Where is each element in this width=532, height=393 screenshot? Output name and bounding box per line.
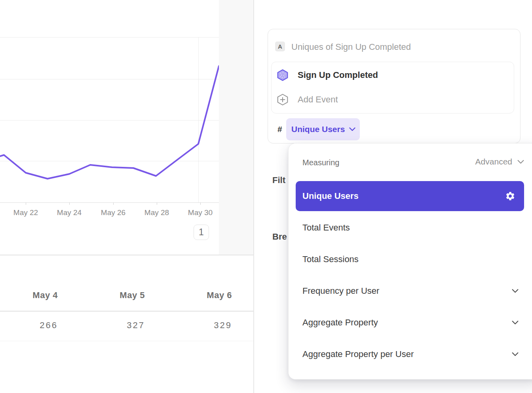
measurement-hash-label: # [277,125,282,134]
add-event-label: Add Event [298,94,338,105]
table-header-row: May 4May 5May 6 [0,290,232,300]
menu-item-unique-users[interactable]: Unique Users [296,181,524,211]
breakdown-section-heading: Bre [272,232,287,242]
gear-icon[interactable] [505,191,515,201]
x-axis-tick [26,202,26,205]
table-header-cell: May 6 [145,290,232,300]
x-axis-tick [157,202,157,205]
chevron-down-icon [349,127,355,131]
measurement-value: Unique Users [291,125,345,134]
table-row-border [0,341,253,341]
menu-item-label: Aggregate Property [302,317,378,328]
chevron-down-icon [512,289,519,293]
chart-section: May 22May 24May 26May 28May 30 1 May 4Ma… [0,0,253,393]
x-axis-tick [69,202,70,205]
menu-item-label: Aggregate Property per User [302,349,414,359]
query-title: Uniques of Sign Up Completed [291,42,411,52]
x-axis-label: May 24 [57,208,82,217]
query-row-badge[interactable]: A [275,42,285,51]
x-axis-tick [200,202,201,205]
x-axis-label: May 28 [144,208,169,217]
menu-item-label: Total Sessions [302,254,359,265]
query-card: A Uniques of Sign Up Completed Sign Up C… [268,29,521,144]
event-card: Sign Up Completed Add Event [271,62,514,113]
table-value-cell: 329 [145,320,232,331]
x-axis-tick [113,202,114,205]
menu-item-frequency-per-user[interactable]: Frequency per User [289,275,532,307]
measuring-dropdown-menu: Measuring Advanced Unique Users Total Ev… [288,143,532,380]
table-row: 266327329 [0,320,232,331]
analytics-app: May 22May 24May 26May 28May 30 1 May 4Ma… [0,0,532,393]
menu-item-total-events[interactable]: Total Events [289,212,532,244]
chevron-down-icon [512,352,519,357]
x-axis-label: May 26 [101,208,125,217]
advanced-mode-select[interactable]: Advanced [475,157,524,166]
chart-right-margin [219,0,253,255]
chevron-down-icon [517,160,524,164]
x-axis-line [0,202,219,203]
x-axis-label: May 22 [13,208,38,217]
menu-item-aggregate-property[interactable]: Aggregate Property [289,307,532,338]
pagination-badge[interactable]: 1 [194,225,209,240]
advanced-label: Advanced [475,157,512,166]
measurement-dropdown-button[interactable]: Unique Users [286,118,360,140]
event-name: Sign Up Completed [298,70,378,80]
table-value-cell: 266 [0,320,58,331]
menu-item-label: Unique Users [302,191,359,201]
event-row[interactable]: Sign Up Completed [272,64,514,86]
table-header-border [0,311,253,312]
table-header-cell: May 5 [58,290,145,300]
menu-item-label: Total Events [302,223,350,233]
add-event-icon [277,94,288,106]
filter-section-heading: Filt [272,175,285,185]
menu-item-label: Frequency per User [302,286,379,296]
table-value-cell: 327 [58,320,145,331]
measuring-label: Measuring [302,158,339,167]
query-builder-panel: A Uniques of Sign Up Completed Sign Up C… [254,0,532,393]
x-axis-label: May 30 [188,208,213,217]
menu-item-total-sessions[interactable]: Total Sessions [289,244,532,275]
add-event-button[interactable]: Add Event [272,89,514,110]
dropdown-header: Measuring Advanced [289,155,532,171]
table-header-cell: May 4 [0,290,58,300]
menu-item-aggregate-property-per-user[interactable]: Aggregate Property per User [289,338,532,370]
line-series [0,66,219,179]
chevron-down-icon [512,321,519,325]
event-hexagon-icon [277,69,288,81]
table-section-divider [0,255,253,255]
